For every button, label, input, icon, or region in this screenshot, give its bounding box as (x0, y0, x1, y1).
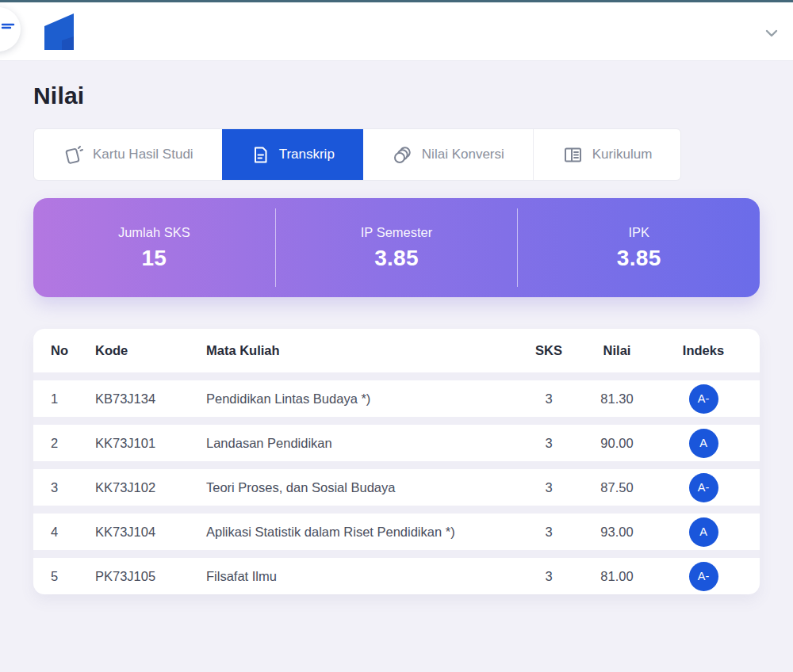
tab-bar: Kartu Hasil Studi Transkrip Nilai Konver… (33, 128, 681, 181)
cell-mata-kuliah: Teori Proses, dan Sosial Budaya (206, 480, 523, 495)
cell-kode: PK73J105 (95, 569, 206, 584)
chevron-down-icon (763, 25, 780, 45)
tab-label: Transkrip (279, 147, 335, 162)
coins-icon (392, 144, 413, 166)
cell-kode: KK73J102 (95, 480, 206, 495)
cell-no: 5 (51, 569, 95, 584)
topbar (0, 0, 793, 61)
table-row[interactable]: 5 PK73J105 Filsafat Ilmu 3 81.00 A- (33, 550, 760, 594)
cell-indeks: A- (660, 384, 747, 414)
grade-badge: A- (689, 384, 718, 414)
menu-icon (1, 21, 15, 38)
cell-nilai: 87.50 (574, 480, 660, 495)
cell-nilai: 90.00 (574, 436, 660, 451)
document-icon (251, 145, 270, 165)
page-title: Nilai (33, 82, 760, 109)
grade-badge: A- (689, 473, 718, 502)
stat-label: IPK (628, 225, 649, 240)
table-row[interactable]: 1 KB73J134 Pendidikan Lintas Budaya *) 3… (33, 372, 760, 417)
menu-button[interactable] (0, 7, 21, 52)
grade-badge: A (689, 517, 718, 547)
tab-nilai-konversi[interactable]: Nilai Konversi (363, 129, 534, 180)
stat-value: 3.85 (374, 246, 419, 271)
col-header-nilai: Nilai (574, 343, 660, 358)
table-row[interactable]: 2 KK73J101 Landasan Pendidikan 3 90.00 A (33, 417, 760, 461)
col-header-indeks: Indeks (660, 343, 747, 358)
stats-banner: Jumlah SKS 15 IP Semester 3.85 IPK 3.85 (33, 198, 760, 297)
cell-nilai: 81.30 (574, 391, 660, 407)
table-row[interactable]: 4 KK73J104 Aplikasi Statistik dalam Rise… (33, 506, 760, 550)
stat-jumlah-sks: Jumlah SKS 15 (33, 198, 275, 297)
cell-sks: 3 (523, 391, 574, 407)
cell-kode: KK73J104 (95, 525, 206, 540)
cell-sks: 3 (523, 436, 574, 451)
stat-label: Jumlah SKS (118, 225, 190, 240)
profile-dropdown-toggle[interactable] (761, 25, 782, 45)
col-header-sks: SKS (523, 343, 574, 358)
table-row[interactable]: 3 KK73J102 Teori Proses, dan Sosial Buda… (33, 461, 760, 506)
cell-mata-kuliah: Aplikasi Statistik dalam Riset Pendidika… (206, 525, 523, 540)
cell-mata-kuliah: Landasan Pendidikan (206, 436, 523, 451)
cell-sks: 3 (523, 525, 574, 540)
tab-transkrip[interactable]: Transkrip (222, 129, 363, 180)
col-header-mata-kuliah: Mata Kuliah (206, 343, 523, 358)
app-logo[interactable] (41, 11, 76, 52)
grade-badge: A (689, 429, 718, 458)
stat-value: 3.85 (617, 246, 661, 271)
book-icon (562, 144, 584, 166)
stat-ipk: IPK 3.85 (518, 198, 760, 297)
stat-ip-semester: IP Semester 3.85 (276, 198, 518, 297)
grade-badge: A- (689, 562, 718, 591)
stat-label: IP Semester (361, 225, 432, 240)
cell-sks: 3 (523, 569, 574, 584)
cell-no: 1 (51, 391, 95, 407)
cell-mata-kuliah: Pendidikan Lintas Budaya *) (206, 391, 523, 407)
cell-sks: 3 (523, 480, 574, 495)
col-header-kode: Kode (95, 343, 206, 358)
tab-label: Nilai Konversi (422, 147, 504, 162)
grades-table: No Kode Mata Kuliah SKS Nilai Indeks 1 K… (33, 329, 760, 594)
cell-kode: KK73J101 (95, 436, 206, 451)
main-content: Nilai Kartu Hasil Studi Transkrip (0, 82, 793, 594)
cell-indeks: A (660, 429, 747, 458)
cell-kode: KB73J134 (95, 391, 206, 407)
cell-mata-kuliah: Filsafat Ilmu (206, 569, 523, 584)
cell-no: 4 (51, 525, 95, 540)
tab-label: Kartu Hasil Studi (93, 147, 193, 162)
cell-no: 3 (51, 480, 95, 495)
cell-nilai: 81.00 (574, 569, 660, 584)
card-icon (63, 144, 84, 166)
table-header-row: No Kode Mata Kuliah SKS Nilai Indeks (33, 329, 760, 372)
cell-indeks: A- (660, 473, 747, 502)
tab-label: Kurikulum (592, 147, 653, 162)
cell-indeks: A- (660, 562, 747, 591)
cell-indeks: A (660, 517, 747, 547)
cell-nilai: 93.00 (574, 525, 660, 540)
tab-kartu-hasil-studi[interactable]: Kartu Hasil Studi (34, 129, 222, 180)
col-header-no: No (51, 343, 95, 358)
tab-kurikulum[interactable]: Kurikulum (534, 129, 681, 180)
logo-icon (41, 41, 76, 55)
stat-value: 15 (141, 246, 167, 271)
cell-no: 2 (51, 436, 95, 451)
